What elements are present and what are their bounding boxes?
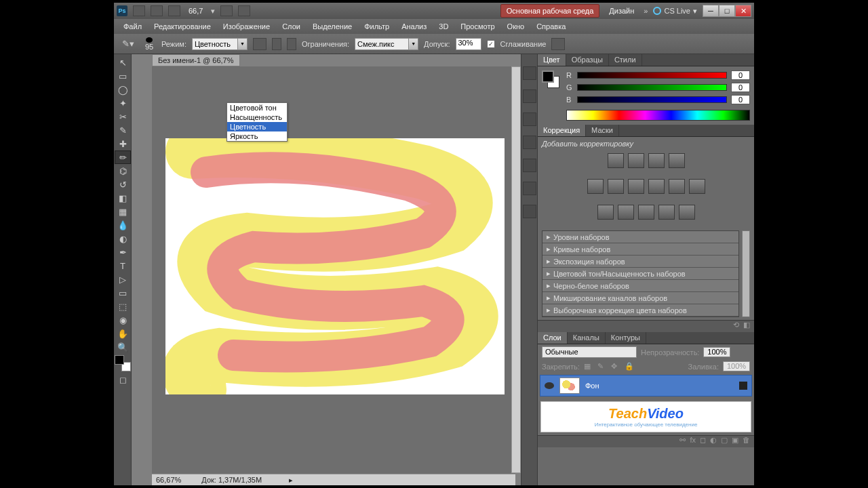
preset-levels[interactable]: ▸Уровни наборов — [542, 231, 738, 243]
return-icon[interactable]: ⟲ — [733, 321, 739, 332]
screen-mode-icon[interactable] — [238, 5, 250, 16]
fill-value[interactable]: 100% — [723, 361, 750, 371]
zoom-tool[interactable]: 🔍 — [115, 340, 131, 354]
close-button[interactable]: ✕ — [735, 5, 751, 17]
healing-tool[interactable]: ✚ — [115, 137, 131, 150]
bridge-icon[interactable] — [133, 5, 145, 16]
huesat-icon[interactable] — [608, 179, 624, 194]
symbol-a-icon[interactable] — [523, 182, 536, 195]
type-tool[interactable]: T — [115, 259, 131, 272]
link-icon[interactable]: ⚯ — [679, 436, 686, 447]
hand-tool[interactable]: ✋ — [115, 327, 131, 340]
posterize-icon[interactable] — [618, 205, 634, 220]
zoom-level[interactable]: 66,7 — [186, 7, 205, 15]
tab-layers[interactable]: Слои — [538, 332, 568, 344]
menu-view[interactable]: Просмотр — [455, 20, 500, 33]
vibrance-icon[interactable] — [587, 179, 604, 194]
blend-mode-select[interactable]: Обычные — [542, 346, 637, 358]
sampling-once-icon[interactable] — [272, 38, 281, 50]
fx-icon[interactable]: fx — [690, 436, 696, 447]
curves-icon[interactable] — [648, 153, 665, 168]
workspace-switcher[interactable]: Основная рабочая среда — [500, 4, 600, 18]
menu-image[interactable]: Изображение — [218, 20, 275, 33]
tab-color[interactable]: Цвет — [538, 54, 566, 66]
new-layer-icon[interactable]: ▣ — [732, 436, 738, 447]
tab-channels[interactable]: Каналы — [568, 332, 606, 344]
clip-icon[interactable]: ◧ — [743, 321, 750, 332]
tab-masks[interactable]: Маски — [586, 125, 619, 136]
spectrum-bar[interactable] — [566, 110, 750, 121]
cslive-button[interactable]: CS Live▾ — [653, 7, 697, 16]
pen-tool[interactable]: ✒ — [115, 245, 131, 259]
antialias-checkbox[interactable]: ✓ — [487, 40, 495, 48]
r-slider[interactable] — [577, 72, 727, 79]
tolerance-input[interactable]: 30% — [456, 38, 481, 50]
lasso-tool[interactable]: ◯ — [115, 83, 131, 96]
menu-select[interactable]: Выделение — [307, 20, 357, 33]
limits-select[interactable]: Смеж.пикс ▼ — [355, 38, 418, 50]
maximize-button[interactable]: □ — [719, 5, 735, 17]
b-slider[interactable] — [577, 96, 727, 103]
gradientmap-icon[interactable] — [658, 205, 675, 220]
vertical-scrollbar[interactable] — [511, 66, 521, 473]
mask-icon[interactable]: ◻ — [700, 436, 706, 447]
dropdown-item-color[interactable]: Цветность — [227, 122, 287, 131]
mode-select[interactable]: Цветность ▼ — [192, 38, 248, 50]
b-value[interactable]: 0 — [731, 95, 750, 104]
trash-icon[interactable]: 🗑 — [743, 436, 750, 447]
paragraph-icon[interactable] — [523, 205, 536, 218]
stamp-tool[interactable]: ⌬ — [115, 164, 131, 178]
menu-filter[interactable]: Фильтр — [359, 20, 395, 33]
colorbalance-icon[interactable] — [628, 179, 644, 194]
group-icon[interactable]: ▢ — [721, 436, 728, 447]
gradient-tool[interactable]: ▦ — [115, 205, 131, 218]
preset-scrollbar[interactable] — [742, 230, 750, 317]
r-value[interactable]: 0 — [731, 70, 750, 80]
menu-file[interactable]: Файл — [118, 20, 147, 33]
canvas[interactable] — [165, 138, 505, 394]
dropdown-item-saturation[interactable]: Насыщенность — [227, 113, 287, 122]
history-brush-tool[interactable]: ↺ — [115, 178, 131, 191]
threshold-icon[interactable] — [638, 205, 654, 220]
menu-layer[interactable]: Слои — [277, 20, 306, 33]
menu-analysis[interactable]: Анализ — [396, 20, 432, 33]
menu-window[interactable]: Окно — [502, 20, 530, 33]
character-panel-icon[interactable] — [523, 136, 536, 149]
arrange-icon[interactable] — [220, 5, 233, 16]
minimize-button[interactable]: ─ — [703, 5, 719, 17]
pressure-icon[interactable] — [551, 38, 565, 50]
preset-channelmix[interactable]: ▸Микширование каналов наборов — [542, 292, 738, 304]
tab-styles[interactable]: Стили — [609, 54, 642, 66]
design-workspace[interactable]: Дизайн — [605, 5, 638, 17]
menu-help[interactable]: Справка — [531, 20, 571, 33]
history-panel-icon[interactable] — [523, 89, 536, 103]
preset-bw[interactable]: ▸Черно-белое наборов — [542, 280, 738, 292]
brush-tool[interactable]: ✏ — [115, 150, 131, 164]
tab-adjustments[interactable]: Коррекция — [538, 125, 586, 136]
levels-icon[interactable] — [628, 153, 644, 168]
more-workspaces-icon[interactable]: » — [644, 7, 648, 15]
3d-tool[interactable]: ⬚ — [115, 300, 131, 313]
paragraph-panel-icon[interactable] — [523, 159, 536, 172]
sampling-bg-icon[interactable] — [287, 38, 296, 50]
selectivecolor-icon[interactable] — [679, 205, 695, 220]
eyedropper-tool[interactable]: ✎ — [115, 123, 131, 137]
bw-icon[interactable] — [648, 179, 665, 194]
channelmixer-icon[interactable] — [689, 179, 705, 194]
fgbg-swatch[interactable] — [542, 70, 559, 88]
status-zoom[interactable]: 66,67% — [156, 476, 181, 484]
lock-pixels-icon[interactable]: ✎ — [597, 362, 607, 371]
brush-preview[interactable]: 95 — [142, 37, 156, 51]
actions-panel-icon[interactable] — [523, 113, 536, 126]
lock-position-icon[interactable]: ✥ — [611, 362, 620, 371]
preset-curves[interactable]: ▸Кривые наборов — [542, 243, 738, 256]
document-tab[interactable]: Без имени-1 @ 66,7% — [152, 54, 240, 66]
g-value[interactable]: 0 — [731, 83, 750, 92]
opacity-value[interactable]: 100% — [703, 347, 730, 357]
eraser-tool[interactable]: ◧ — [115, 191, 131, 205]
preset-huesat[interactable]: ▸Цветовой тон/Насыщенность наборов — [542, 268, 738, 280]
path-tool[interactable]: ▷ — [115, 272, 131, 286]
preset-selective[interactable]: ▸Выборочная коррекция цвета наборов — [542, 304, 738, 317]
layer-thumbnail[interactable] — [559, 378, 580, 394]
quickmask-tool[interactable]: ◻ — [115, 373, 131, 386]
